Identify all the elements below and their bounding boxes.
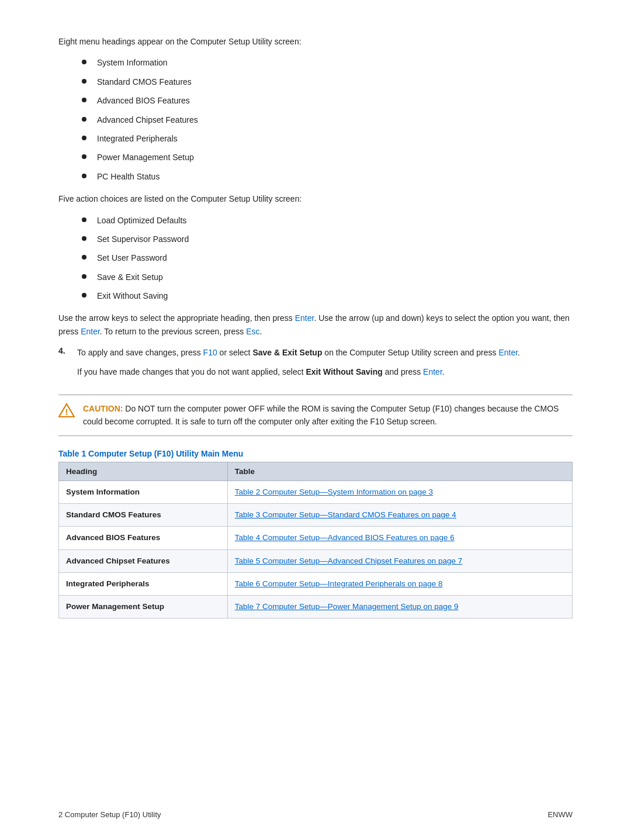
bullet-icon: [82, 293, 86, 298]
list-item: Standard CMOS Features: [82, 75, 573, 88]
row-heading-integrated-peripherals: Integrated Peripherals: [59, 572, 228, 595]
list-item: Advanced BIOS Features: [82, 94, 573, 107]
table-row: Power Management Setup Table 7 Computer …: [59, 596, 573, 618]
table-row: Integrated Peripherals Table 6 Computer …: [59, 572, 573, 595]
list-item: Advanced Chipset Features: [82, 113, 573, 126]
bullet-icon: [82, 60, 86, 64]
step-4: 4. To apply and save changes, press F10 …: [58, 346, 573, 384]
list-item: PC Health Status: [82, 170, 573, 183]
table-section: Table 1 Computer Setup (F10) Utility Mai…: [58, 449, 573, 619]
table-title-text: Computer Setup (F10) Utility Main Menu: [86, 449, 243, 458]
arrow-keys-text-end: .: [259, 327, 262, 336]
row-link-system-info[interactable]: Table 2 Computer Setup—System Informatio…: [227, 481, 572, 503]
action-choices-list: Load Optimized Defaults Set Supervisor P…: [82, 214, 573, 303]
system-info-link[interactable]: Table 2 Computer Setup—System Informatio…: [235, 488, 433, 496]
intro-text: Eight menu headings appear on the Comput…: [58, 35, 573, 48]
arrow-keys-text-mid2: . To return to the previous screen, pres…: [100, 327, 246, 336]
list-item: Exit Without Saving: [82, 289, 573, 302]
row-heading-advanced-bios: Advanced BIOS Features: [59, 527, 228, 549]
advanced-chipset-link[interactable]: Table 5 Computer Setup—Advanced Chipset …: [235, 556, 463, 565]
main-table: Heading Table System Information Table 2…: [58, 462, 573, 619]
enter-key-4: Enter: [423, 367, 442, 376]
menu-headings-list: System Information Standard CMOS Feature…: [82, 56, 573, 183]
caution-triangle-icon: !: [58, 402, 75, 419]
arrow-keys-paragraph: Use the arrow keys to select the appropr…: [58, 312, 573, 338]
f10-key: F10: [203, 348, 217, 357]
list-item: Load Optimized Defaults: [82, 214, 573, 227]
list-item: Power Management Setup: [82, 151, 573, 164]
enter-key-2: Enter: [81, 327, 100, 336]
row-link-integrated-peripherals[interactable]: Table 6 Computer Setup—Integrated Periph…: [227, 572, 572, 595]
bullet-icon: [82, 154, 86, 159]
list-item: Save & Exit Setup: [82, 271, 573, 284]
bullet-icon: [82, 79, 86, 84]
bullet-icon: [82, 117, 86, 122]
bullet-icon: [82, 217, 86, 222]
action-intro-text: Five action choices are listed on the Co…: [58, 192, 573, 205]
table-row: Advanced Chipset Features Table 5 Comput…: [59, 549, 573, 572]
enter-key-1: Enter: [295, 313, 314, 323]
row-heading-advanced-chipset: Advanced Chipset Features: [59, 549, 228, 572]
table-row: Advanced BIOS Features Table 4 Computer …: [59, 527, 573, 549]
row-heading-power-management: Power Management Setup: [59, 596, 228, 618]
page-content: Eight menu headings appear on the Comput…: [0, 0, 631, 665]
bullet-icon: [82, 98, 86, 102]
footer-left-text: 2 Computer Setup (F10) Utility: [58, 810, 161, 819]
list-item: System Information: [82, 56, 573, 69]
bullet-icon: [82, 236, 86, 241]
integrated-peripherals-link[interactable]: Table 6 Computer Setup—Integrated Periph…: [235, 579, 443, 588]
svg-text:!: !: [65, 407, 68, 417]
row-heading-standard-cmos: Standard CMOS Features: [59, 504, 228, 527]
caution-body: Do NOT turn the computer power OFF while…: [83, 404, 559, 426]
row-link-power-management[interactable]: Table 7 Computer Setup—Power Management …: [227, 596, 572, 618]
bullet-icon: [82, 255, 86, 260]
caution-box: ! CAUTION: Do NOT turn the computer powe…: [58, 395, 573, 436]
bullet-icon: [82, 274, 86, 279]
save-exit-label: Save & Exit Setup: [252, 348, 322, 357]
arrow-keys-text-before: Use the arrow keys to select the appropr…: [58, 313, 295, 323]
step-4-part1: To apply and save changes, press F10 or …: [77, 346, 573, 359]
caution-paragraph: CAUTION: Do NOT turn the computer power …: [83, 402, 573, 428]
col-table: Table: [227, 462, 572, 481]
power-management-link[interactable]: Table 7 Computer Setup—Power Management …: [235, 602, 459, 611]
table-title-row: Table 1 Computer Setup (F10) Utility Mai…: [58, 449, 573, 458]
row-link-standard-cmos[interactable]: Table 3 Computer Setup—Standard CMOS Fea…: [227, 504, 572, 527]
step-4-number: 4.: [58, 346, 68, 384]
step-4-part2: If you have made changes that you do not…: [77, 365, 573, 378]
exit-without-saving-label: Exit Without Saving: [306, 367, 382, 376]
bullet-icon: [82, 174, 86, 178]
list-item: Set Supervisor Password: [82, 233, 573, 246]
advanced-bios-link[interactable]: Table 4 Computer Setup—Advanced BIOS Fea…: [235, 533, 455, 542]
caution-label: CAUTION:: [83, 404, 123, 413]
table-row: Standard CMOS Features Table 3 Computer …: [59, 504, 573, 527]
list-item: Integrated Peripherals: [82, 132, 573, 145]
row-heading-system-info: System Information: [59, 481, 228, 503]
row-link-advanced-chipset[interactable]: Table 5 Computer Setup—Advanced Chipset …: [227, 549, 572, 572]
enter-key-3: Enter: [498, 348, 518, 357]
page-footer: 2 Computer Setup (F10) Utility ENWW: [58, 810, 573, 819]
table-row: System Information Table 2 Computer Setu…: [59, 481, 573, 503]
list-item: Set User Password: [82, 251, 573, 264]
col-heading: Heading: [59, 462, 228, 481]
esc-key: Esc: [246, 327, 259, 336]
step-4-content: To apply and save changes, press F10 or …: [77, 346, 573, 384]
footer-right-text: ENWW: [547, 810, 573, 819]
row-link-advanced-bios[interactable]: Table 4 Computer Setup—Advanced BIOS Fea…: [227, 527, 572, 549]
bullet-icon: [82, 136, 86, 140]
table-label: Table 1: [58, 449, 86, 458]
standard-cmos-link[interactable]: Table 3 Computer Setup—Standard CMOS Fea…: [235, 510, 456, 519]
